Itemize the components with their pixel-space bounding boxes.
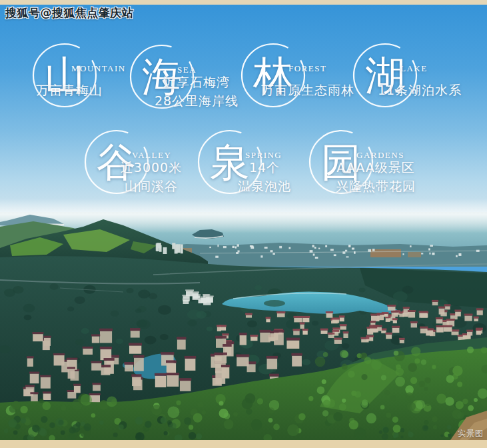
feature-badge-gardens: 园 GARDENS AAAA级景区 兴隆热带花园 [303, 122, 420, 212]
badge-subtitle: AAAA级景区 兴隆热带花园 [330, 159, 422, 195]
feature-badge-forest: 林 FOREST 万亩原生态雨林 [235, 35, 352, 125]
bottom-frame-bar [0, 440, 487, 448]
feature-badge-lake: 湖 LAKE 11条湖泊水系 [347, 35, 464, 125]
feature-badge-valley: 谷 VALLEY 近3000米 山间溪谷 [79, 122, 195, 212]
top-frame-bar [0, 0, 487, 5]
badge-subtitle: 14个 温泉泡池 [219, 159, 310, 195]
sohu-watermark: 搜狐号@搜狐焦点肇庆站 [5, 5, 134, 21]
badge-subtitle: 万亩原生态雨林 [262, 73, 354, 109]
photo-tag: 实景图 [458, 428, 484, 439]
feature-badge-spring: 泉 SPRING 14个 温泉泡池 [192, 122, 308, 212]
feature-badge-sea: 海 SEA 近享石梅湾 28公里海岸线 [124, 37, 241, 127]
badge-subtitle: 近3000米 山间溪谷 [105, 159, 197, 195]
badge-subtitle: 万亩青梅山 [24, 73, 115, 109]
badge-subtitle: 11条湖泊水系 [374, 73, 466, 109]
poster: 搜狐号@搜狐焦点肇庆站 山 MOUNTAIN 万亩青梅山 海 SEA 近享石梅湾… [0, 0, 487, 448]
badge-subtitle: 近享石梅湾 28公里海岸线 [151, 74, 243, 110]
